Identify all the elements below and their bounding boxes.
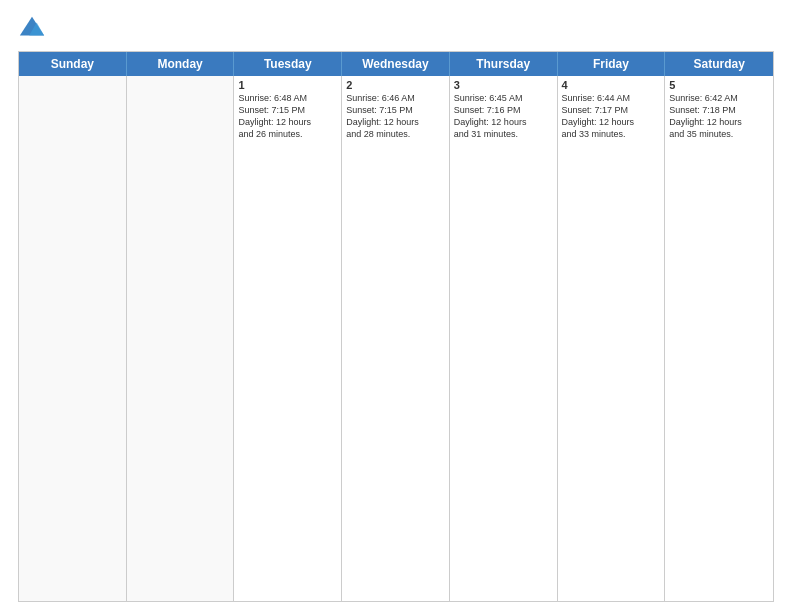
cal-cell: 3Sunrise: 6:45 AM Sunset: 7:16 PM Daylig… bbox=[450, 76, 558, 601]
cal-cell: 4Sunrise: 6:44 AM Sunset: 7:17 PM Daylig… bbox=[558, 76, 666, 601]
cal-cell bbox=[19, 76, 127, 601]
day-number: 4 bbox=[562, 79, 661, 91]
header-day-friday: Friday bbox=[558, 52, 666, 76]
day-number: 1 bbox=[238, 79, 337, 91]
header-day-tuesday: Tuesday bbox=[234, 52, 342, 76]
calendar-body: 1Sunrise: 6:48 AM Sunset: 7:15 PM Daylig… bbox=[19, 76, 773, 601]
logo-icon bbox=[18, 15, 46, 43]
cal-cell: 1Sunrise: 6:48 AM Sunset: 7:15 PM Daylig… bbox=[234, 76, 342, 601]
day-number: 3 bbox=[454, 79, 553, 91]
cal-cell: 2Sunrise: 6:46 AM Sunset: 7:15 PM Daylig… bbox=[342, 76, 450, 601]
cell-info: Sunrise: 6:48 AM Sunset: 7:15 PM Dayligh… bbox=[238, 92, 337, 141]
header-day-monday: Monday bbox=[127, 52, 235, 76]
header-day-wednesday: Wednesday bbox=[342, 52, 450, 76]
cal-cell: 5Sunrise: 6:42 AM Sunset: 7:18 PM Daylig… bbox=[665, 76, 773, 601]
day-number: 5 bbox=[669, 79, 769, 91]
cal-cell bbox=[127, 76, 235, 601]
header-day-thursday: Thursday bbox=[450, 52, 558, 76]
cell-info: Sunrise: 6:44 AM Sunset: 7:17 PM Dayligh… bbox=[562, 92, 661, 141]
page: SundayMondayTuesdayWednesdayThursdayFrid… bbox=[0, 0, 792, 612]
calendar-header: SundayMondayTuesdayWednesdayThursdayFrid… bbox=[19, 52, 773, 76]
cell-info: Sunrise: 6:46 AM Sunset: 7:15 PM Dayligh… bbox=[346, 92, 445, 141]
day-number: 2 bbox=[346, 79, 445, 91]
calendar-row-1: 1Sunrise: 6:48 AM Sunset: 7:15 PM Daylig… bbox=[19, 76, 773, 601]
logo bbox=[18, 15, 50, 43]
header-day-sunday: Sunday bbox=[19, 52, 127, 76]
header-day-saturday: Saturday bbox=[665, 52, 773, 76]
header bbox=[18, 15, 774, 43]
calendar: SundayMondayTuesdayWednesdayThursdayFrid… bbox=[18, 51, 774, 602]
cell-info: Sunrise: 6:45 AM Sunset: 7:16 PM Dayligh… bbox=[454, 92, 553, 141]
cell-info: Sunrise: 6:42 AM Sunset: 7:18 PM Dayligh… bbox=[669, 92, 769, 141]
